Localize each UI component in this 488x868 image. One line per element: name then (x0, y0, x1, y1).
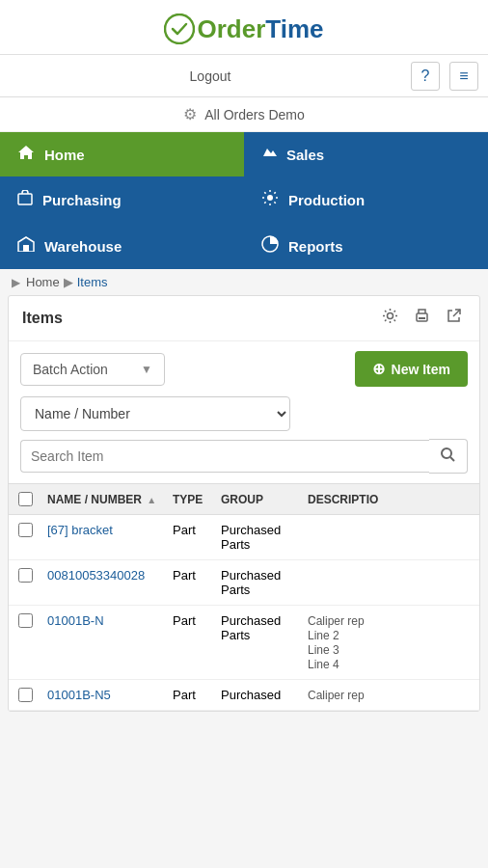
sort-icon: ▲ (147, 495, 156, 505)
nav-home-label: Home (44, 147, 85, 163)
item-link[interactable]: 00810053340028 (47, 568, 145, 583)
row-type-cell: Part (167, 515, 215, 560)
svg-point-4 (388, 313, 393, 319)
export-icon[interactable] (442, 306, 466, 331)
row-name-cell: 01001B-N (41, 606, 167, 680)
search-input[interactable] (20, 440, 429, 473)
breadcrumb: ▶ Home ▶ Items (0, 269, 488, 295)
nav-purchasing-label: Purchasing (42, 192, 122, 208)
svg-rect-3 (23, 245, 29, 252)
filter-select[interactable]: Name / Number Type Group Description (20, 396, 290, 431)
row-checkbox[interactable] (18, 568, 33, 583)
settings-icon[interactable] (378, 306, 402, 331)
item-link[interactable]: [67] bracket (47, 523, 113, 537)
demo-banner: ⚙ All Orders Demo (0, 97, 488, 132)
row-checkbox-cell (9, 515, 41, 560)
toolbar: Batch Action ▼ ⊕ New Item (9, 341, 479, 396)
nav-reports[interactable]: Reports (244, 223, 488, 269)
row-name-cell: 00810053340028 (41, 560, 167, 606)
row-checkbox[interactable] (18, 613, 33, 628)
panel-header: Items (9, 296, 479, 341)
svg-line-8 (450, 457, 454, 461)
help-button[interactable]: ? (411, 62, 440, 91)
nav-production[interactable]: Production (244, 176, 488, 223)
nav-sales[interactable]: Sales (244, 132, 488, 176)
row-description-cell: Caliper rep (302, 680, 479, 711)
col-header-group: GROUP (215, 484, 302, 515)
batch-action-label: Batch Action (33, 362, 108, 377)
nav-production-label: Production (288, 192, 365, 208)
svg-rect-1 (18, 194, 32, 204)
nav-warehouse[interactable]: Warehouse (0, 223, 244, 269)
svg-point-7 (442, 448, 451, 458)
logout-button[interactable]: Logout (10, 68, 411, 84)
row-description-cell (302, 515, 479, 560)
row-description-cell: Caliper repLine 2Line 3Line 4 (302, 606, 479, 680)
items-panel: Items (8, 295, 480, 712)
row-group-cell: Purchased Parts (215, 560, 302, 606)
select-all-checkbox[interactable] (18, 492, 33, 506)
content-area: ▶ Home ▶ Items Items (0, 269, 488, 712)
breadcrumb-separator: ▶ (64, 275, 73, 289)
production-icon (261, 189, 279, 210)
row-group-cell: Purchased Parts (215, 606, 302, 680)
nav-reports-label: Reports (288, 238, 343, 255)
warehouse-icon (17, 236, 35, 256)
row-checkbox[interactable] (18, 523, 33, 537)
batch-action-arrow-icon: ▼ (141, 363, 152, 376)
purchasing-icon (17, 190, 33, 209)
search-icon (441, 448, 455, 462)
row-name-cell: [67] bracket (41, 515, 167, 560)
col-header-checkbox (9, 484, 41, 515)
row-checkbox-cell (9, 560, 41, 606)
table-row: 00810053340028 Part Purchased Parts (9, 560, 479, 606)
batch-action-button[interactable]: Batch Action ▼ (20, 353, 165, 386)
row-name-cell: 01001B-N5 (41, 680, 167, 711)
svg-rect-6 (419, 317, 425, 319)
item-link[interactable]: 01001B-N5 (47, 688, 111, 702)
menu-button[interactable]: ≡ (449, 62, 478, 91)
item-link[interactable]: 01001B-N (47, 613, 104, 628)
col-header-name[interactable]: NAME / NUMBER ▲ (41, 484, 167, 515)
row-checkbox-cell (9, 680, 41, 711)
top-nav: Logout ? ≡ (0, 55, 488, 97)
new-item-label: New Item (392, 362, 450, 377)
reports-icon (261, 235, 279, 257)
svg-point-2 (267, 195, 273, 201)
sales-icon (261, 145, 277, 164)
logo-time: Time (265, 14, 323, 43)
breadcrumb-collapse-icon[interactable]: ▶ (12, 276, 20, 289)
main-nav: Home Sales Purchasing Production Warehou… (0, 132, 488, 269)
nav-warehouse-label: Warehouse (44, 238, 122, 255)
print-icon[interactable] (410, 306, 434, 331)
logo-order: Order (197, 14, 265, 43)
nav-home[interactable]: Home (0, 132, 244, 176)
row-group-cell: Purchased Parts (215, 515, 302, 560)
row-type-cell: Part (167, 606, 215, 680)
header: OrderTime (0, 0, 488, 55)
breadcrumb-home[interactable]: Home (26, 275, 60, 289)
row-description-cell (302, 560, 479, 606)
nav-sales-label: Sales (286, 147, 324, 163)
items-table: NAME / NUMBER ▲ TYPE GROUP DESCRIPTIO [6… (9, 483, 479, 711)
panel-header-actions (378, 306, 466, 331)
logo: OrderTime (0, 14, 488, 44)
row-checkbox[interactable] (18, 688, 33, 702)
new-item-plus-icon: ⊕ (372, 360, 385, 378)
demo-banner-text: All Orders Demo (204, 107, 304, 122)
row-checkbox-cell (9, 606, 41, 680)
table-row: 01001B-N5 Part Purchased Caliper rep (9, 680, 479, 711)
table-row: 01001B-N Part Purchased Parts Caliper re… (9, 606, 479, 680)
panel-title: Items (22, 310, 63, 327)
nav-purchasing[interactable]: Purchasing (0, 176, 244, 223)
breadcrumb-current: Items (77, 275, 108, 289)
table-header-row: NAME / NUMBER ▲ TYPE GROUP DESCRIPTIO (9, 484, 479, 515)
logo-icon (164, 14, 195, 44)
logo-text: OrderTime (197, 14, 323, 44)
new-item-button[interactable]: ⊕ New Item (355, 351, 468, 387)
col-header-description: DESCRIPTIO (302, 484, 479, 515)
table-row: [67] bracket Part Purchased Parts (9, 515, 479, 560)
search-row (9, 439, 479, 483)
search-button[interactable] (429, 439, 468, 474)
topnav-icons: ? ≡ (411, 62, 478, 91)
